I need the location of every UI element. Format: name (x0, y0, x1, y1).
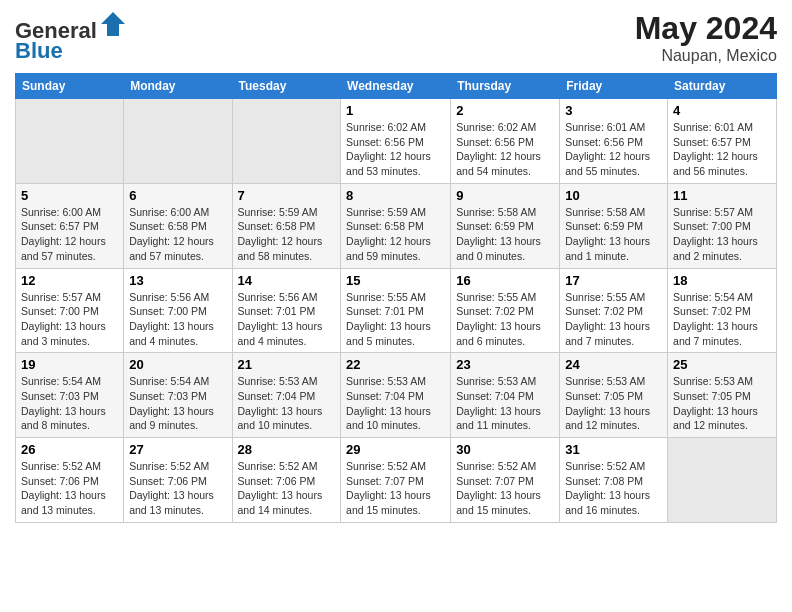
day-cell (668, 438, 777, 523)
day-cell: 30Sunrise: 5:52 AM Sunset: 7:07 PM Dayli… (451, 438, 560, 523)
day-cell: 22Sunrise: 5:53 AM Sunset: 7:04 PM Dayli… (341, 353, 451, 438)
day-number: 6 (129, 188, 226, 203)
day-info: Sunrise: 5:54 AM Sunset: 7:03 PM Dayligh… (21, 374, 118, 433)
day-cell: 19Sunrise: 5:54 AM Sunset: 7:03 PM Dayli… (16, 353, 124, 438)
day-cell: 1Sunrise: 6:02 AM Sunset: 6:56 PM Daylig… (341, 99, 451, 184)
day-cell: 16Sunrise: 5:55 AM Sunset: 7:02 PM Dayli… (451, 268, 560, 353)
day-cell: 6Sunrise: 6:00 AM Sunset: 6:58 PM Daylig… (124, 183, 232, 268)
day-number: 9 (456, 188, 554, 203)
day-info: Sunrise: 6:00 AM Sunset: 6:58 PM Dayligh… (129, 205, 226, 264)
day-cell: 13Sunrise: 5:56 AM Sunset: 7:00 PM Dayli… (124, 268, 232, 353)
day-cell (232, 99, 341, 184)
day-info: Sunrise: 5:53 AM Sunset: 7:05 PM Dayligh… (565, 374, 662, 433)
day-number: 3 (565, 103, 662, 118)
calendar-title: May 2024 (635, 10, 777, 47)
day-info: Sunrise: 5:52 AM Sunset: 7:06 PM Dayligh… (21, 459, 118, 518)
day-cell: 27Sunrise: 5:52 AM Sunset: 7:06 PM Dayli… (124, 438, 232, 523)
day-number: 4 (673, 103, 771, 118)
logo-blue: Blue (15, 38, 63, 63)
day-number: 18 (673, 273, 771, 288)
weekday-saturday: Saturday (668, 74, 777, 99)
day-number: 25 (673, 357, 771, 372)
day-cell (124, 99, 232, 184)
day-cell: 20Sunrise: 5:54 AM Sunset: 7:03 PM Dayli… (124, 353, 232, 438)
day-info: Sunrise: 5:57 AM Sunset: 7:00 PM Dayligh… (21, 290, 118, 349)
day-cell: 9Sunrise: 5:58 AM Sunset: 6:59 PM Daylig… (451, 183, 560, 268)
day-number: 27 (129, 442, 226, 457)
day-cell: 23Sunrise: 5:53 AM Sunset: 7:04 PM Dayli… (451, 353, 560, 438)
week-row-3: 12Sunrise: 5:57 AM Sunset: 7:00 PM Dayli… (16, 268, 777, 353)
day-cell: 29Sunrise: 5:52 AM Sunset: 7:07 PM Dayli… (341, 438, 451, 523)
day-number: 11 (673, 188, 771, 203)
day-info: Sunrise: 5:57 AM Sunset: 7:00 PM Dayligh… (673, 205, 771, 264)
day-cell: 18Sunrise: 5:54 AM Sunset: 7:02 PM Dayli… (668, 268, 777, 353)
day-info: Sunrise: 5:53 AM Sunset: 7:04 PM Dayligh… (456, 374, 554, 433)
day-cell (16, 99, 124, 184)
weekday-friday: Friday (560, 74, 668, 99)
week-row-4: 19Sunrise: 5:54 AM Sunset: 7:03 PM Dayli… (16, 353, 777, 438)
week-row-1: 1Sunrise: 6:02 AM Sunset: 6:56 PM Daylig… (16, 99, 777, 184)
day-info: Sunrise: 5:56 AM Sunset: 7:00 PM Dayligh… (129, 290, 226, 349)
day-info: Sunrise: 5:52 AM Sunset: 7:07 PM Dayligh… (346, 459, 445, 518)
day-info: Sunrise: 5:54 AM Sunset: 7:03 PM Dayligh… (129, 374, 226, 433)
day-info: Sunrise: 5:53 AM Sunset: 7:04 PM Dayligh… (238, 374, 336, 433)
page-header: General Blue May 2024 Naupan, Mexico (15, 10, 777, 65)
day-number: 8 (346, 188, 445, 203)
day-info: Sunrise: 5:58 AM Sunset: 6:59 PM Dayligh… (456, 205, 554, 264)
day-info: Sunrise: 5:54 AM Sunset: 7:02 PM Dayligh… (673, 290, 771, 349)
day-number: 12 (21, 273, 118, 288)
day-cell: 12Sunrise: 5:57 AM Sunset: 7:00 PM Dayli… (16, 268, 124, 353)
day-info: Sunrise: 5:52 AM Sunset: 7:07 PM Dayligh… (456, 459, 554, 518)
logo-icon (99, 10, 127, 38)
day-info: Sunrise: 5:52 AM Sunset: 7:06 PM Dayligh… (238, 459, 336, 518)
day-info: Sunrise: 5:55 AM Sunset: 7:02 PM Dayligh… (565, 290, 662, 349)
day-cell: 28Sunrise: 5:52 AM Sunset: 7:06 PM Dayli… (232, 438, 341, 523)
weekday-monday: Monday (124, 74, 232, 99)
day-cell: 3Sunrise: 6:01 AM Sunset: 6:56 PM Daylig… (560, 99, 668, 184)
calendar-body: 1Sunrise: 6:02 AM Sunset: 6:56 PM Daylig… (16, 99, 777, 523)
day-cell: 24Sunrise: 5:53 AM Sunset: 7:05 PM Dayli… (560, 353, 668, 438)
weekday-header-row: SundayMondayTuesdayWednesdayThursdayFrid… (16, 74, 777, 99)
day-info: Sunrise: 5:56 AM Sunset: 7:01 PM Dayligh… (238, 290, 336, 349)
day-info: Sunrise: 6:00 AM Sunset: 6:57 PM Dayligh… (21, 205, 118, 264)
day-info: Sunrise: 5:58 AM Sunset: 6:59 PM Dayligh… (565, 205, 662, 264)
day-number: 19 (21, 357, 118, 372)
day-number: 17 (565, 273, 662, 288)
day-number: 28 (238, 442, 336, 457)
day-info: Sunrise: 5:59 AM Sunset: 6:58 PM Dayligh… (238, 205, 336, 264)
calendar-table: SundayMondayTuesdayWednesdayThursdayFrid… (15, 73, 777, 523)
day-info: Sunrise: 5:55 AM Sunset: 7:02 PM Dayligh… (456, 290, 554, 349)
day-info: Sunrise: 5:53 AM Sunset: 7:04 PM Dayligh… (346, 374, 445, 433)
day-number: 20 (129, 357, 226, 372)
day-cell: 2Sunrise: 6:02 AM Sunset: 6:56 PM Daylig… (451, 99, 560, 184)
day-number: 13 (129, 273, 226, 288)
day-number: 30 (456, 442, 554, 457)
day-cell: 25Sunrise: 5:53 AM Sunset: 7:05 PM Dayli… (668, 353, 777, 438)
day-info: Sunrise: 5:52 AM Sunset: 7:08 PM Dayligh… (565, 459, 662, 518)
svg-marker-0 (101, 12, 125, 36)
day-cell: 5Sunrise: 6:00 AM Sunset: 6:57 PM Daylig… (16, 183, 124, 268)
calendar-subtitle: Naupan, Mexico (635, 47, 777, 65)
day-number: 2 (456, 103, 554, 118)
day-info: Sunrise: 6:01 AM Sunset: 6:56 PM Dayligh… (565, 120, 662, 179)
day-cell: 14Sunrise: 5:56 AM Sunset: 7:01 PM Dayli… (232, 268, 341, 353)
day-cell: 17Sunrise: 5:55 AM Sunset: 7:02 PM Dayli… (560, 268, 668, 353)
day-cell: 4Sunrise: 6:01 AM Sunset: 6:57 PM Daylig… (668, 99, 777, 184)
day-info: Sunrise: 5:55 AM Sunset: 7:01 PM Dayligh… (346, 290, 445, 349)
day-info: Sunrise: 5:53 AM Sunset: 7:05 PM Dayligh… (673, 374, 771, 433)
day-number: 23 (456, 357, 554, 372)
day-cell: 10Sunrise: 5:58 AM Sunset: 6:59 PM Dayli… (560, 183, 668, 268)
logo: General Blue (15, 10, 127, 63)
day-number: 24 (565, 357, 662, 372)
day-cell: 21Sunrise: 5:53 AM Sunset: 7:04 PM Dayli… (232, 353, 341, 438)
day-number: 22 (346, 357, 445, 372)
day-number: 26 (21, 442, 118, 457)
day-number: 7 (238, 188, 336, 203)
day-info: Sunrise: 5:52 AM Sunset: 7:06 PM Dayligh… (129, 459, 226, 518)
day-number: 10 (565, 188, 662, 203)
day-number: 5 (21, 188, 118, 203)
weekday-tuesday: Tuesday (232, 74, 341, 99)
day-cell: 15Sunrise: 5:55 AM Sunset: 7:01 PM Dayli… (341, 268, 451, 353)
day-info: Sunrise: 6:02 AM Sunset: 6:56 PM Dayligh… (346, 120, 445, 179)
day-cell: 26Sunrise: 5:52 AM Sunset: 7:06 PM Dayli… (16, 438, 124, 523)
